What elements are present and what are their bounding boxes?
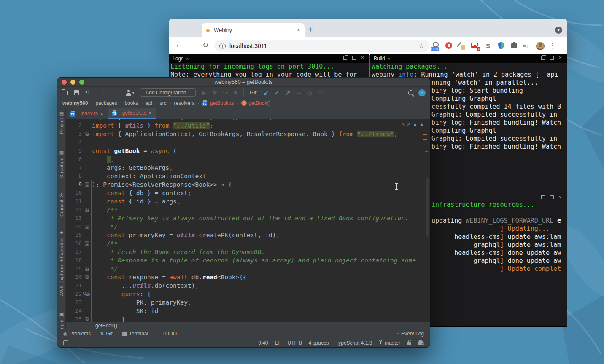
- prev-issue-icon[interactable]: ∧: [413, 122, 417, 128]
- code-line[interactable]: 2import { utils } from "../utils";: [66, 121, 430, 130]
- code-line[interactable]: 14 */: [66, 222, 430, 231]
- breadcrumb-item-getbook-ts[interactable]: TSgetBook.ts: [202, 100, 234, 106]
- profile-icon[interactable]: ↷: [223, 89, 228, 96]
- code-text[interactable]: import { ApplicationContext, GetBookArgs…: [90, 130, 398, 138]
- code-line[interactable]: 8 context: ApplicationContext: [66, 172, 430, 180]
- color-picker-extension-icon[interactable]: [458, 41, 466, 51]
- breadcrumb-item-resolvers[interactable]: resolvers: [174, 100, 194, 106]
- git-cherry-pick-icon[interactable]: ↦: [296, 89, 301, 96]
- write-access-lock-icon[interactable]: [407, 342, 411, 345]
- code-text[interactable]: ...utils.db(context),: [90, 281, 199, 290]
- playlist-extension-icon[interactable]: ≡♪: [523, 41, 531, 51]
- run-icon[interactable]: ▶: [202, 89, 206, 96]
- code-line[interactable]: 11 const { id } = args;: [66, 197, 430, 206]
- close-icon[interactable]: ×: [559, 56, 562, 60]
- debug-icon[interactable]: ❋: [212, 89, 217, 96]
- fold-gutter[interactable]: [84, 273, 90, 281]
- browser-tab[interactable]: ◆ Webiny ×: [202, 23, 305, 37]
- code-text[interactable]: import { utils } from "../utils";: [90, 121, 213, 130]
- breadcrumb-item-getbook-[interactable]: fgetBook(): [241, 100, 270, 106]
- code-text[interactable]: /**: [90, 206, 118, 214]
- add-configuration-button[interactable]: Add Configuration...: [140, 88, 196, 97]
- window-minimize-button[interactable]: [70, 80, 76, 85]
- fold-marker-icon[interactable]: [85, 132, 89, 136]
- terminal-tab-build[interactable]: Build: [374, 56, 385, 62]
- fold-marker-icon[interactable]: [85, 317, 89, 321]
- code-text[interactable]: * Fetch the Book record from the DynamoD…: [90, 248, 265, 256]
- fold-gutter[interactable]: [84, 231, 90, 239]
- code-text[interactable]: const { id } = args;: [90, 197, 181, 206]
- code-text[interactable]: args: GetBookArgs,: [90, 163, 173, 172]
- toolwindow-todo[interactable]: ≡TODO: [157, 331, 177, 337]
- code-line[interactable]: 19 */: [66, 265, 430, 273]
- fold-gutter[interactable]: [84, 197, 90, 206]
- sync-icon[interactable]: ↻: [85, 89, 90, 96]
- maximize-icon[interactable]: [550, 195, 554, 199]
- stripe-item-aws-explorer[interactable]: ◈AWS Explorer: [57, 257, 66, 296]
- stripe-item-project[interactable]: ▤Project: [57, 111, 66, 134]
- status-typescript-version[interactable]: TypeScript 4.1.3: [336, 340, 372, 346]
- fold-marker-icon[interactable]: [85, 225, 89, 229]
- terminal-window-controls[interactable]: ×: [541, 195, 562, 199]
- code-text[interactable]: _,: [90, 155, 114, 163]
- fold-gutter[interactable]: [84, 138, 90, 147]
- fold-gutter[interactable]: [84, 307, 90, 315]
- page-load-timer-icon[interactable]: 0.35: [431, 41, 440, 51]
- fold-gutter[interactable]: [84, 222, 90, 231]
- fold-gutter[interactable]: [84, 248, 90, 256]
- settings-sync-icon[interactable]: [418, 341, 424, 345]
- status-indent-setting[interactable]: 4 spaces: [309, 340, 329, 346]
- breadcrumb-item-api[interactable]: api: [146, 100, 152, 106]
- reload-icon[interactable]: ↻: [202, 41, 208, 50]
- back-icon[interactable]: ←: [175, 41, 183, 49]
- code-line[interactable]: 25 }: [66, 315, 430, 322]
- password-manager-extension-icon[interactable]: [497, 41, 505, 51]
- maximize-icon[interactable]: [352, 56, 356, 60]
- fold-gutter[interactable]: [84, 163, 90, 172]
- terminal-tab-close-icon[interactable]: ×: [186, 56, 189, 61]
- save-all-icon[interactable]: [74, 90, 79, 95]
- stop-icon[interactable]: ■: [234, 89, 237, 96]
- tab-close-icon[interactable]: ×: [100, 111, 103, 116]
- terminal-tab-close-icon[interactable]: ×: [388, 56, 390, 61]
- fold-gutter[interactable]: [84, 130, 90, 138]
- code-line[interactable]: 12 /**: [66, 206, 430, 214]
- error-stripe-warning-mark[interactable]: [423, 134, 427, 135]
- toolwindow-problems[interactable]: ◉Problems: [63, 331, 91, 337]
- code-line[interactable]: 16 /**: [66, 239, 430, 248]
- code-line[interactable]: 10 const { db } = context;: [66, 189, 430, 197]
- browser-menu-icon[interactable]: ⋮: [549, 42, 555, 50]
- breadcrumb-item-webiny560[interactable]: webiny560: [62, 100, 88, 106]
- stripe-item-commit[interactable]: ◎Commit: [57, 192, 66, 217]
- error-stripe-warning-mark[interactable]: [423, 139, 427, 140]
- window-zoom-button[interactable]: [79, 80, 84, 85]
- search-everywhere-icon[interactable]: [408, 90, 413, 95]
- fold-gutter[interactable]: [84, 172, 90, 180]
- code-line[interactable]: 3import { ApplicationContext, GetBookArg…: [66, 130, 430, 138]
- status-file-encoding[interactable]: UTF-8: [288, 340, 302, 346]
- code-text[interactable]: const { db } = context;: [90, 189, 191, 197]
- address-bar[interactable]: i localhost:3011 ☆: [214, 40, 429, 52]
- git-update-icon[interactable]: ↙: [264, 89, 269, 96]
- code-text[interactable]: }: [90, 315, 125, 322]
- stripe-item-npm[interactable]: ▣npm: [57, 312, 66, 329]
- site-info-icon[interactable]: i: [219, 43, 226, 49]
- maximize-icon[interactable]: [550, 56, 554, 60]
- fold-marker-icon[interactable]: [85, 208, 89, 212]
- terminal-window-controls[interactable]: ×: [343, 56, 364, 60]
- git-history-icon[interactable]: ◷: [307, 89, 312, 96]
- terminal-tab-logs[interactable]: Logs: [173, 56, 183, 62]
- code-line[interactable]: 23 PK: primaryKey,: [66, 298, 430, 307]
- fold-gutter[interactable]: [84, 214, 90, 222]
- close-icon[interactable]: ×: [559, 195, 562, 199]
- code-editor[interactable]: 1import { HandlerContext } from "@webiny…: [66, 119, 430, 322]
- fold-gutter[interactable]: [84, 281, 90, 290]
- code-line[interactable]: 15 const primaryKey = utils.createPk(con…: [66, 231, 430, 239]
- fold-gutter[interactable]: [84, 315, 90, 322]
- code-text[interactable]: /**: [90, 239, 118, 248]
- code-with-me-icon[interactable]: ▾: [126, 90, 135, 96]
- code-line[interactable]: 13 * Primary key is always constructed o…: [66, 214, 430, 222]
- event-log-button[interactable]: ◔Event Log: [396, 331, 424, 337]
- fold-marker-icon[interactable]: [85, 267, 89, 271]
- fold-marker-icon[interactable]: [85, 182, 89, 187]
